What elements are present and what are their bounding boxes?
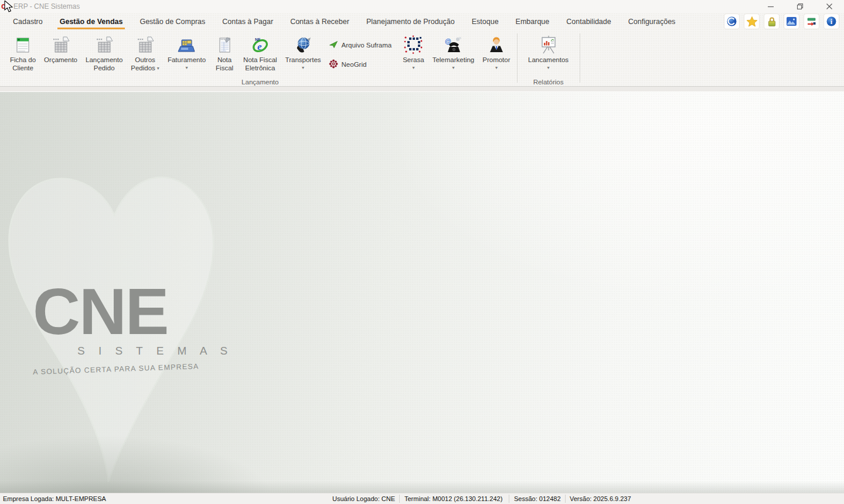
status-usuario: Usuário Logado: CNE [332, 495, 395, 502]
tab-contas-a-pagar[interactable]: Contas à Pagar [221, 15, 274, 29]
status-separator [509, 495, 509, 503]
ribbon-main-divider [0, 87, 844, 91]
ribbon-group-relatorios: Lancamentos ▾ Relatórios [518, 32, 580, 87]
outros-pedidos-button[interactable]: Outros Pedidos▾ [127, 33, 164, 73]
dropdown-arrow-icon: ▾ [412, 65, 414, 70]
close-button[interactable] [821, 0, 838, 13]
cne-watermark: CNE S I S T E M A S A SOLUÇÃO CERTA PARA… [33, 285, 233, 376]
invoice-document-icon [215, 35, 234, 56]
exit-session-button[interactable] [804, 13, 819, 29]
tab-planejamento-de-producao[interactable]: Planejamento de Produção [365, 15, 456, 29]
erp-window: c ERP - CNE Sistemas [0, 0, 844, 504]
serasa-button[interactable]: Serasa ▾ [399, 33, 428, 70]
tab-estoque[interactable]: Estoque [471, 15, 500, 29]
pictures-button[interactable] [784, 13, 799, 29]
svg-text:e: e [257, 41, 262, 52]
title-bar: c ERP - CNE Sistemas [0, 0, 844, 13]
sync-globe-button[interactable] [724, 13, 740, 29]
brand-name: CNE [33, 285, 233, 339]
neogrid-flower-icon [329, 59, 338, 70]
grid-page-icon [51, 35, 71, 56]
status-sessao: Sessão: 012482 [514, 495, 561, 502]
dropdown-arrow-icon: ▾ [185, 65, 188, 70]
lock-button[interactable] [764, 13, 780, 29]
status-empresa: Empresa Logada: MULT-EMPRESA [3, 495, 106, 502]
tab-gestao-de-vendas[interactable]: Gestão de Vendas [59, 15, 124, 29]
grid-page-icon [135, 35, 155, 56]
status-separator [399, 495, 400, 503]
window-title: ERP - CNE Sistemas [13, 2, 80, 11]
tab-gestao-de-compras[interactable]: Gestão de Compras [138, 15, 206, 29]
telephone-at-icon: @ [443, 35, 464, 56]
status-separator [565, 495, 566, 503]
transportes-button[interactable]: Transportes ▾ [281, 33, 325, 70]
quick-access-toolbar: i [724, 13, 839, 29]
report-chart-board-icon [539, 35, 559, 56]
nfe-logo-icon: NF e [250, 35, 271, 56]
faturamento-button[interactable]: Faturamento ▾ [164, 33, 210, 70]
grid-page-icon [94, 35, 114, 56]
dropdown-arrow-icon: ▾ [495, 65, 498, 70]
svg-text:@: @ [445, 38, 451, 45]
tab-contas-a-receber[interactable]: Contas à Receber [289, 15, 350, 29]
status-bar: Empresa Logada: MULT-EMPRESA Usuário Log… [0, 493, 844, 504]
tab-embarque[interactable]: Embarque [515, 15, 551, 29]
ribbon-group-lancamento: Ficha do Cliente [4, 32, 517, 87]
promotor-button[interactable]: Promotor ▾ [478, 33, 514, 70]
dropdown-arrow-icon: ▾ [302, 65, 304, 70]
nota-fiscal-eletronica-button[interactable]: NF e Nota Fiscal Eletrônica [239, 33, 281, 72]
tab-cadastro[interactable]: Cadastro [12, 15, 44, 29]
globe-transport-icon [293, 35, 313, 56]
ficha-do-cliente-button[interactable]: Ficha do Cliente [6, 33, 40, 72]
restore-button[interactable] [791, 0, 809, 13]
lancamento-pedido-button[interactable]: Lançamento Pedido [81, 33, 127, 72]
suframa-neogrid-stack: Arquivo Suframa [329, 33, 392, 76]
lancamentos-button[interactable]: Lancamentos ▾ [524, 33, 573, 70]
tab-configuracoes[interactable]: Configurações [627, 15, 677, 29]
telemarketing-button[interactable]: @ Telemarketing ▾ [428, 33, 479, 70]
dropdown-arrow-icon: ▾ [547, 65, 550, 70]
ribbon-tab-row: Cadastro Gestão de Vendas Gestão de Comp… [0, 13, 844, 30]
arquivo-suframa-button[interactable]: Arquivo Suframa [329, 40, 392, 50]
dropdown-arrow-icon: ▾ [157, 64, 159, 73]
cash-register-icon [176, 35, 197, 56]
group-label-lancamento: Lançamento [4, 79, 517, 86]
ribbon-group-separator [580, 33, 580, 83]
dropdown-arrow-icon: ▾ [452, 65, 454, 70]
salesman-icon [487, 35, 506, 56]
about-info-button[interactable]: i [823, 13, 839, 29]
nota-fiscal-button[interactable]: Nota Fiscal [210, 33, 239, 72]
client-sheet-icon [13, 35, 32, 56]
minimize-button[interactable] [762, 0, 780, 13]
status-terminal: Terminal: M0012 (26.130.211.242) [404, 495, 502, 502]
main-workspace: CNE S I S T E M A S A SOLUÇÃO CERTA PARA… [0, 91, 844, 493]
suframa-plane-icon [329, 40, 338, 50]
tab-contabilidade[interactable]: Contabilidade [565, 15, 612, 29]
serasa-dots-icon [403, 35, 423, 56]
brand-tagline: A SOLUÇÃO CERTA PARA SUA EMPRESA [33, 361, 233, 376]
neogrid-button[interactable]: NeoGrid [329, 59, 392, 70]
group-label-relatorios: Relatórios [518, 79, 580, 86]
orcamento-button[interactable]: Orçamento [40, 33, 81, 64]
ribbon: Ficha do Cliente [0, 30, 844, 87]
mouse-cursor [4, 1, 14, 16]
status-versao: Versão: 2025.6.9.237 [570, 495, 631, 502]
favorites-star-button[interactable] [744, 13, 760, 29]
